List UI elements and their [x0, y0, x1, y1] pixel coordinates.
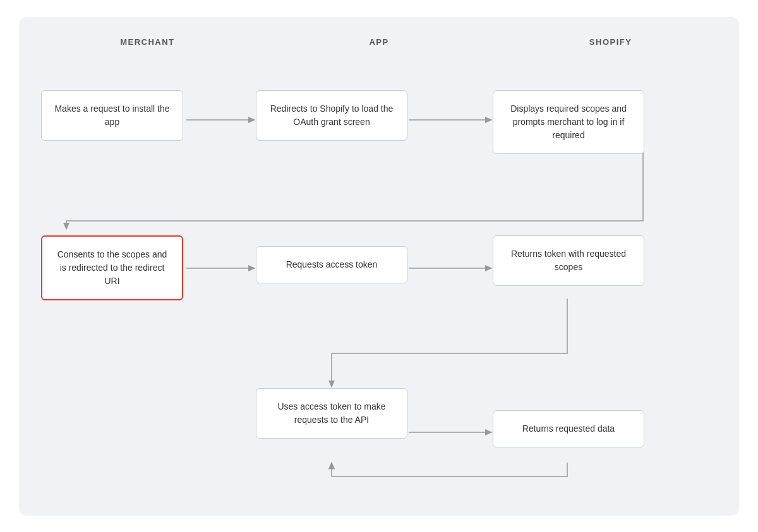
- diagram-area: Makes a request to install the app Redir…: [32, 54, 726, 489]
- shopify-row2-box: Returns token with requested scopes: [493, 235, 644, 286]
- shopify-row3-box: Returns requested data: [493, 410, 644, 447]
- app-header: APP: [369, 37, 388, 47]
- merchant-row1-box: Makes a request to install the app: [41, 90, 183, 141]
- app-row3-box: Uses access token to make requests to th…: [256, 388, 407, 439]
- merchant-header: MERCHANT: [120, 37, 174, 47]
- diagram-container: MERCHANT APP SHOPIFY: [19, 17, 739, 516]
- merchant-row2-box: Consents to the scopes and is redirected…: [41, 235, 183, 300]
- shopify-header: SHOPIFY: [589, 37, 632, 47]
- shopify-row1-box: Displays required scopes and prompts mer…: [493, 90, 644, 154]
- app-row1-box: Redirects to Shopify to load the OAuth g…: [256, 90, 407, 141]
- app-row2-box: Requests access token: [256, 246, 407, 283]
